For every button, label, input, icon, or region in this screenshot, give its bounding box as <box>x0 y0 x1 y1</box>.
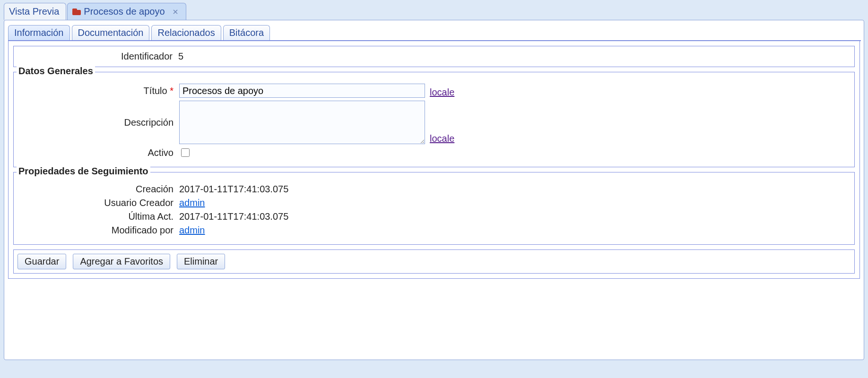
tab-relacionados[interactable]: Relacionados <box>151 25 221 40</box>
seguimiento-legend: Propiedades de Seguimiento <box>17 166 150 177</box>
creacion-label: Creación <box>18 184 179 195</box>
descripcion-textarea[interactable] <box>179 101 425 144</box>
ultima-act-row: Última Act. 2017-01-11T17:41:03.075 <box>18 211 850 222</box>
datos-generales-fieldset: Datos Generales Título * locale Descripc… <box>13 72 855 167</box>
usuario-creador-label: Usuario Creador <box>18 198 179 208</box>
modificado-por-row: Modificado por admin <box>18 225 850 236</box>
modificado-por-link[interactable]: admin <box>179 225 205 236</box>
tab-vista-previa-label: Vista Previa <box>9 6 59 17</box>
tab-bitacora[interactable]: Bitácora <box>223 25 270 40</box>
titulo-label-text: Título <box>144 86 167 96</box>
tab-informacion-label: Información <box>14 27 64 38</box>
tab-documentacion[interactable]: Documentación <box>72 25 150 40</box>
identificador-label: Identificador <box>17 51 178 62</box>
required-asterisk-icon: * <box>170 86 174 96</box>
locale-link-descripcion[interactable]: locale <box>430 133 454 144</box>
close-icon[interactable] <box>172 8 179 16</box>
guardar-button[interactable]: Guardar <box>17 254 66 269</box>
window-tabs: Vista Previa Procesos de apoyo <box>0 0 868 20</box>
app-window: Vista Previa Procesos de apoyo Informaci… <box>0 0 868 378</box>
modificado-por-label: Modificado por <box>18 225 179 236</box>
tab-vista-previa[interactable]: Vista Previa <box>4 3 66 20</box>
tab-relacionados-label: Relacionados <box>157 27 215 38</box>
activo-label: Activo <box>18 147 179 158</box>
seguimiento-fieldset: Propiedades de Seguimiento Creación 2017… <box>13 172 855 245</box>
tab-informacion[interactable]: Información <box>8 25 70 40</box>
usuario-creador-row: Usuario Creador admin <box>18 198 850 208</box>
tab-procesos-de-apoyo[interactable]: Procesos de apoyo <box>67 3 186 20</box>
datos-generales-legend: Datos Generales <box>17 66 95 77</box>
form-body: Identificador 5 Datos Generales Título *… <box>8 41 860 279</box>
titulo-row: Título * locale <box>18 84 850 98</box>
tab-documentacion-label: Documentación <box>78 27 144 38</box>
folder-icon <box>72 9 81 15</box>
button-bar: Guardar Agregar a Favoritos Eliminar <box>13 249 855 274</box>
usuario-creador-link[interactable]: admin <box>179 198 205 208</box>
tab-procesos-de-apoyo-label: Procesos de apoyo <box>84 6 165 17</box>
identificador-section: Identificador 5 <box>13 46 855 67</box>
descripcion-row: Descripción locale <box>18 101 850 144</box>
activo-checkbox[interactable] <box>181 148 190 157</box>
eliminar-button[interactable]: Eliminar <box>177 254 225 269</box>
locale-link-titulo[interactable]: locale <box>430 87 454 98</box>
titulo-input[interactable] <box>179 84 425 98</box>
titulo-label: Título * <box>18 86 179 96</box>
ultima-act-value: 2017-01-11T17:41:03.075 <box>179 211 288 222</box>
activo-row: Activo <box>18 147 850 158</box>
tab-bitacora-label: Bitácora <box>229 27 264 38</box>
identificador-value: 5 <box>178 51 183 62</box>
agregar-favoritos-button[interactable]: Agregar a Favoritos <box>73 254 170 269</box>
main-panel: Información Documentación Relacionados B… <box>4 20 864 360</box>
creacion-row: Creación 2017-01-11T17:41:03.075 <box>18 184 850 195</box>
inner-tabs: Información Documentación Relacionados B… <box>8 24 861 41</box>
ultima-act-label: Última Act. <box>18 211 179 222</box>
descripcion-label: Descripción <box>18 117 179 128</box>
creacion-value: 2017-01-11T17:41:03.075 <box>179 184 288 195</box>
